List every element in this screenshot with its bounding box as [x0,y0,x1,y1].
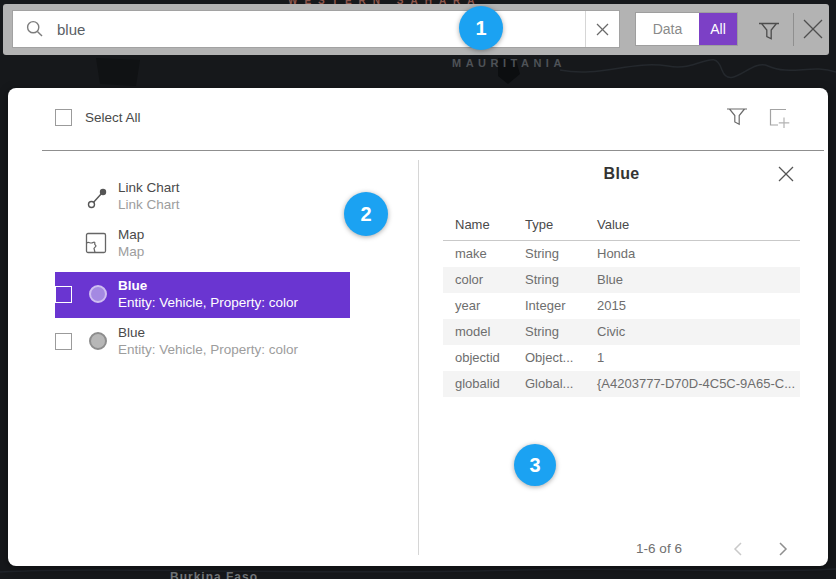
result-item-map[interactable]: Map Map [55,221,350,267]
results-filter-funnel-icon[interactable] [726,106,748,130]
attribute-table-header: Name Type Value [443,213,800,241]
search-input[interactable] [45,11,585,47]
result-subtitle: Link Chart [118,196,180,213]
attribute-table: Name Type Value make String Honda color … [443,213,800,397]
scope-data-button[interactable]: Data [636,13,699,45]
annotation-badge-2: 2 [344,192,388,236]
result-checkbox[interactable] [55,286,72,303]
cell-value: Civic [597,319,625,345]
entity-icon [89,285,107,303]
result-title: Map [118,226,144,243]
table-row: year Integer 2015 [443,293,800,319]
search-results-panel: Select All Link Chart Link Chart Map Map… [8,88,828,566]
cell-name: year [455,293,480,319]
link-chart-icon [85,185,111,211]
table-row: model String Civic [443,319,800,345]
panel-header-divider [42,150,824,151]
cell-name: make [455,241,487,267]
map-label-bottom: Burkina Faso [170,570,258,579]
result-item-blue[interactable]: Blue Entity: Vehicle, Property: color [55,319,350,365]
cell-value: Blue [597,267,623,293]
cell-value: 2015 [597,293,626,319]
result-checkbox[interactable] [55,333,72,350]
cell-value: Honda [597,241,635,267]
cell-type: String [525,319,559,345]
pagination-range: 1-6 of 6 [604,536,714,562]
entity-icon [89,332,107,350]
result-item-link-chart[interactable]: Link Chart Link Chart [55,174,350,220]
clear-search-icon[interactable] [585,11,619,47]
column-header-name: Name [455,217,490,232]
select-all-label: Select All [85,110,141,125]
detail-title: Blue [443,165,800,183]
search-scope-toggle: Data All [635,12,738,46]
result-title: Link Chart [118,179,180,196]
add-to-selection-icon[interactable] [767,106,791,130]
close-icon[interactable] [800,16,826,42]
cell-name: globalid [455,371,500,397]
cell-type: String [525,241,559,267]
table-row: color String Blue [443,267,800,293]
annotation-badge-1: 1 [459,6,503,50]
result-subtitle: Entity: Vehicle, Property: color [118,341,298,358]
cell-value: {A4203777-D70D-4C5C-9A65-C... [597,371,795,397]
cell-type: Integer [525,293,565,319]
search-box [12,10,620,48]
search-icon [25,19,45,39]
result-subtitle: Entity: Vehicle, Property: color [118,294,298,311]
cell-value: 1 [597,345,604,371]
cell-type: Object... [525,345,573,371]
scope-all-button[interactable]: All [699,13,737,45]
map-icon [85,232,107,254]
cell-name: color [455,267,483,293]
search-toolbar: Data All [3,4,829,55]
select-all-row: Select All [55,109,141,126]
list-detail-divider [418,160,419,555]
filter-funnel-icon[interactable] [757,19,781,43]
result-item-blue-selected[interactable]: Blue Entity: Vehicle, Property: color [55,272,350,318]
cell-name: objectid [455,345,500,371]
table-row: make String Honda [443,241,800,267]
annotation-badge-3: 3 [514,444,556,486]
cell-name: model [455,319,490,345]
select-all-checkbox[interactable] [55,109,72,126]
toolbar-divider [793,13,794,46]
cell-type: String [525,267,559,293]
pagination: 1-6 of 6 [604,536,804,562]
previous-page-icon[interactable] [728,538,750,560]
table-row: globalid Global... {A4203777-D70D-4C5C-9… [443,371,800,397]
column-header-value: Value [597,217,629,232]
map-label-mauritania: MAURITANIA [452,57,566,69]
result-subtitle: Map [118,243,144,260]
next-page-icon[interactable] [771,538,793,560]
result-title: Blue [118,277,298,294]
table-row: objectid Object... 1 [443,345,800,371]
cell-type: Global... [525,371,573,397]
detail-close-icon[interactable] [777,165,795,183]
result-title: Blue [118,324,298,341]
column-header-type: Type [525,217,553,232]
